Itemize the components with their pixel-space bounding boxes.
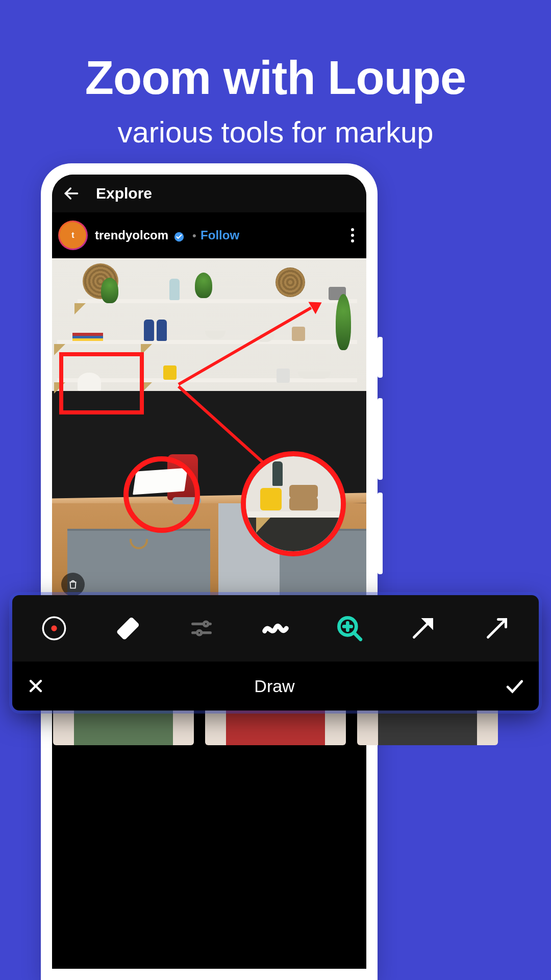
toolbar-mode-label: Draw [46,676,503,696]
more-options-icon[interactable] [345,228,360,242]
separator-dot: • [192,229,196,242]
avatar[interactable]: t [58,220,88,250]
back-icon[interactable] [61,183,82,204]
tool-magnify-icon[interactable] [327,605,372,651]
post-header: t trendyolcom • Follow [52,212,366,258]
svg-point-4 [197,630,202,635]
tool-arrow-thin-icon[interactable] [474,605,520,651]
phone-frame: Explore t trendyolcom • Follow [41,163,378,980]
tool-scribble-icon[interactable] [253,605,298,651]
tool-eraser-icon[interactable] [105,605,151,651]
annotation-circle[interactable] [123,456,200,533]
annotation-rectangle[interactable] [59,352,144,414]
check-icon[interactable] [503,675,525,697]
toolbar-bottom-row: Draw [12,662,539,710]
tool-record-icon[interactable] [31,605,77,651]
annotation-arrow[interactable] [178,306,312,385]
tool-arrow-filled-icon[interactable] [400,605,446,651]
tool-sliders-icon[interactable] [179,605,224,651]
post-image[interactable] [52,258,366,605]
svg-point-3 [204,622,209,626]
shopping-bag-icon[interactable] [61,573,85,596]
svg-point-2 [52,625,57,631]
close-icon[interactable] [26,676,46,696]
username[interactable]: trendyolcom [95,228,168,242]
promo-title: Zoom with Loupe [0,51,551,105]
phone-side-buttons [378,337,383,574]
app-topbar: Explore [52,175,366,212]
topbar-title: Explore [96,185,152,202]
promo-subtitle: various tools for markup [0,115,551,149]
phone-screen: Explore t trendyolcom • Follow [52,175,366,969]
loupe-content [246,456,341,551]
follow-button[interactable]: Follow [201,228,239,242]
verified-badge-icon [173,231,185,242]
markup-toolbar: Draw [12,595,539,710]
post-header-text: trendyolcom • Follow [95,228,239,243]
toolbar-tools-row [12,595,539,662]
annotation-loupe[interactable] [241,451,346,556]
